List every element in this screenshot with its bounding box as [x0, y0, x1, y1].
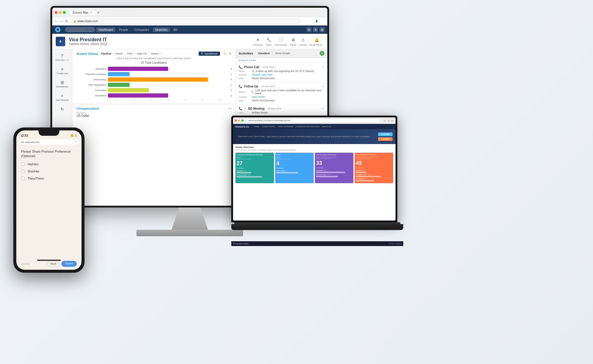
bookmark-icon[interactable]: ☆ — [302, 19, 307, 24]
laptop-maximize-button[interactable] — [241, 119, 243, 122]
search-card-3[interactable]: Vice President of Finance Granite Corpor… — [315, 153, 353, 183]
chart-label-interested: Interested — [79, 68, 106, 70]
nav-bd[interactable]: BD — [171, 28, 180, 32]
tab-bar: Encore Max ✕ + — [69, 10, 325, 15]
status-tab-status[interactable]: Status — [150, 52, 160, 55]
survey-action[interactable]: ⚠ Survey — [299, 36, 307, 46]
laptop-minimize-button[interactable] — [238, 119, 240, 122]
alert-icon[interactable]: ⚠ — [223, 52, 226, 56]
phone-radio-1[interactable] — [21, 162, 25, 166]
card-3-bar-label-2: Potential Cand... = 9 — [316, 174, 352, 175]
new-tab-button[interactable]: + — [97, 10, 99, 15]
chart-row-interested[interactable]: Interested 3 — [79, 67, 228, 71]
menu-icon[interactable]: ⋮ — [320, 19, 325, 24]
tab-close-button[interactable]: ✕ — [90, 11, 93, 14]
laptop-nav-home[interactable]: HOME — [254, 126, 259, 127]
nav-searches[interactable]: Searches — [153, 28, 170, 32]
tab-standard[interactable]: Standard — [257, 52, 271, 55]
laptop-nav-icon-3[interactable]: C — [391, 119, 394, 122]
refresh-nav-button[interactable]: ↻ — [65, 19, 68, 23]
closeout-action[interactable]: ✕ Closeout — [253, 36, 262, 46]
phone-screen: 12:53 📶 🔋 AA www.cluen.com ↻ Please Shar… — [16, 130, 82, 270]
phone-back-button[interactable]: Back — [47, 261, 60, 267]
nav-settings-icon[interactable]: ⚙ — [313, 27, 318, 32]
minimize-button[interactable] — [59, 11, 62, 14]
documents-action[interactable]: 📄 Documents — [275, 36, 287, 46]
nav-dashboard[interactable]: Dashboard — [96, 28, 115, 32]
lookup-record-input[interactable] — [65, 27, 95, 32]
laptop-nav-searches[interactable]: OPEN SEARCHES — [278, 126, 293, 127]
explore-button[interactable]: EXPLORE — [378, 132, 393, 136]
nav-companies[interactable]: Companies — [132, 28, 152, 32]
chart-bar-offerneg — [108, 83, 130, 87]
tools-action[interactable]: 🔧 Tools — [265, 36, 272, 46]
phone-option-label-2: She/Her — [28, 170, 39, 173]
activity-check-icon: ✓ — [244, 107, 246, 110]
phone-submit-button[interactable]: Submit — [61, 261, 77, 267]
laptop-nav-portal[interactable]: CLIENT PORTAL — [262, 126, 275, 127]
logo-icon — [55, 27, 60, 32]
activities-header: Activities Standard | Show Emails + — [236, 49, 327, 58]
syncbench-icon: ⟳ — [201, 52, 203, 55]
portal-action[interactable]: 🖥 Portal — [290, 36, 296, 46]
search-card-1[interactable]: Corporate Development Manager Airess 27 … — [235, 153, 274, 183]
back-nav-button[interactable]: ← — [55, 19, 58, 23]
chart-row-presented[interactable]: Presented 2 — [79, 88, 228, 92]
phone-option-3[interactable]: They/Them — [21, 176, 77, 181]
nav-grid-icon[interactable]: ⊞ — [307, 27, 311, 32]
activity-date-bdmeeting: 23-Sep-2019 — [267, 107, 281, 110]
sidebar-item-workbench[interactable]: ⊞ Workbench — [53, 78, 71, 90]
status-section: Instant Status Pipeline | Name | Time | … — [72, 49, 235, 104]
activity-edit-bdmeeting[interactable]: ✏ — [322, 107, 324, 110]
phone-radio-3[interactable] — [21, 176, 25, 181]
forward-nav-button[interactable]: → — [60, 19, 63, 23]
status-tab-name[interactable]: Name — [114, 52, 124, 55]
address-bar[interactable]: 🔒 www.cluen.com — [70, 19, 301, 24]
status-tab-dateon[interactable]: Date On — [136, 52, 148, 55]
add-activity-button[interactable]: + — [320, 51, 324, 56]
tab-show-emails[interactable]: Show Emails — [274, 52, 291, 55]
extensions-icon[interactable]: ⚙ — [308, 19, 313, 24]
profile-icon[interactable]: 👤 — [314, 19, 319, 24]
laptop-nav-register[interactable]: CANDIDATE REGISTRATION — [296, 126, 319, 127]
follow-up-icon: 📞 — [239, 85, 242, 88]
close-button[interactable] — [55, 11, 58, 14]
search-card-4[interactable]: Vice President of Finance Leadstream Cor… — [355, 153, 393, 183]
add-status-icon[interactable]: + — [229, 52, 231, 56]
chart-row-potential[interactable]: Potential Candidate 1 — [79, 72, 228, 76]
status-tab-pipeline[interactable]: Pipeline — [100, 52, 113, 55]
phone-radio-2[interactable] — [21, 169, 25, 173]
activity-edit-followup[interactable]: ✏ — [322, 85, 324, 88]
workbench-label: Workbench — [56, 85, 68, 88]
maximize-button[interactable] — [63, 11, 66, 14]
laptop-nav-icon-1[interactable]: ← — [383, 119, 386, 122]
contact-link-1[interactable]: Joseph Joey Test — [252, 73, 272, 76]
activities-filter[interactable]: ▾ Search & Filter — [236, 58, 327, 63]
activity-edit-phonecall[interactable]: ✏ — [322, 66, 324, 69]
laptop-address-bar[interactable]: www.trackdeep.com/search/candidates/port… — [246, 119, 380, 123]
laptop-base — [231, 224, 403, 230]
compensation-edit-icon[interactable]: ✏ — [229, 107, 231, 110]
sidebar-item-createlist[interactable]: ≡ Create List — [53, 65, 71, 76]
laptop-nav-about[interactable]: ABOUT US — [322, 126, 331, 127]
sidebar-item-refresh[interactable]: ↻ — [53, 105, 71, 113]
status-tab-time[interactable]: Time — [126, 52, 134, 55]
sidebar-item-howdoi[interactable]: ? How Do I...? — [53, 52, 71, 63]
syncbench-button[interactable]: ⟳ Syncbench — [199, 52, 220, 56]
contact-link-2[interactable]: Jane Smith — [252, 95, 265, 98]
laptop-close-button[interactable] — [235, 119, 237, 122]
search-card-2[interactable]: COO Fairis 09 Jun 2024 - 22 Jan 2025 4 C… — [275, 153, 314, 183]
email-reminders-action[interactable]: 🔔 Email Remi... — [310, 36, 324, 46]
nav-power-icon[interactable]: ⏻ — [320, 27, 324, 32]
laptop-nav-icon-2[interactable]: → — [387, 119, 390, 122]
chart-row-shortlisted[interactable]: Shortlisted 3 — [79, 93, 228, 98]
chart-row-offerneg[interactable]: Offer Negotiation 1 — [79, 83, 228, 87]
launch-button[interactable]: LAUNCH — [378, 137, 393, 141]
phone-option-1[interactable]: He/Him — [21, 162, 77, 166]
nav-people[interactable]: People — [117, 28, 130, 32]
phone-option-2[interactable]: She/Her — [21, 169, 77, 173]
sidebar-item-addrecord[interactable]: + Add Record — [53, 92, 71, 103]
phone-browser-bar[interactable]: AA www.cluen.com ↻ — [19, 140, 79, 145]
active-tab[interactable]: Encore Max ✕ — [69, 10, 96, 15]
chart-row-interviewing[interactable]: Interviewing 5 — [79, 77, 228, 82]
